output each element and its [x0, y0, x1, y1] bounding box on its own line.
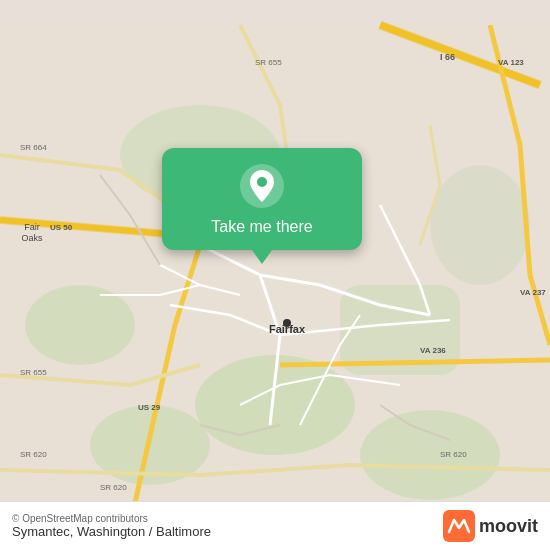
svg-text:SR 620: SR 620 — [440, 450, 467, 459]
svg-text:Fair: Fair — [24, 222, 40, 232]
svg-text:SR 620: SR 620 — [20, 450, 47, 459]
bottom-bar-info: © OpenStreetMap contributors Symantec, W… — [12, 513, 211, 539]
location-text: Symantec, Washington / Baltimore — [12, 524, 211, 539]
svg-text:Oaks: Oaks — [21, 233, 43, 243]
moovit-label: moovit — [479, 516, 538, 537]
svg-text:VA 237: VA 237 — [520, 288, 546, 297]
svg-point-23 — [283, 319, 291, 327]
svg-text:SR 620: SR 620 — [100, 483, 127, 492]
svg-text:VA 123: VA 123 — [498, 58, 524, 67]
svg-point-4 — [430, 165, 530, 285]
moovit-logo: moovit — [443, 510, 538, 542]
svg-text:SR 655: SR 655 — [255, 58, 282, 67]
popup-card: Take me there — [162, 148, 362, 250]
copyright-text: © OpenStreetMap contributors — [12, 513, 211, 524]
svg-text:I 66: I 66 — [440, 52, 455, 62]
take-me-there-button[interactable]: Take me there — [211, 218, 312, 236]
svg-point-5 — [25, 285, 135, 365]
svg-text:US 50: US 50 — [50, 223, 73, 232]
svg-text:US 29: US 29 — [138, 403, 161, 412]
svg-point-25 — [257, 177, 267, 187]
location-pin-icon — [240, 164, 284, 208]
map-container: I 66 US 50 US 29 VA 236 VA 123 VA 237 SR… — [0, 0, 550, 550]
svg-text:VA 236: VA 236 — [420, 346, 446, 355]
bottom-bar: © OpenStreetMap contributors Symantec, W… — [0, 501, 550, 550]
svg-point-3 — [360, 410, 500, 500]
svg-text:SR 655: SR 655 — [20, 368, 47, 377]
svg-text:SR 664: SR 664 — [20, 143, 47, 152]
moovit-icon — [443, 510, 475, 542]
